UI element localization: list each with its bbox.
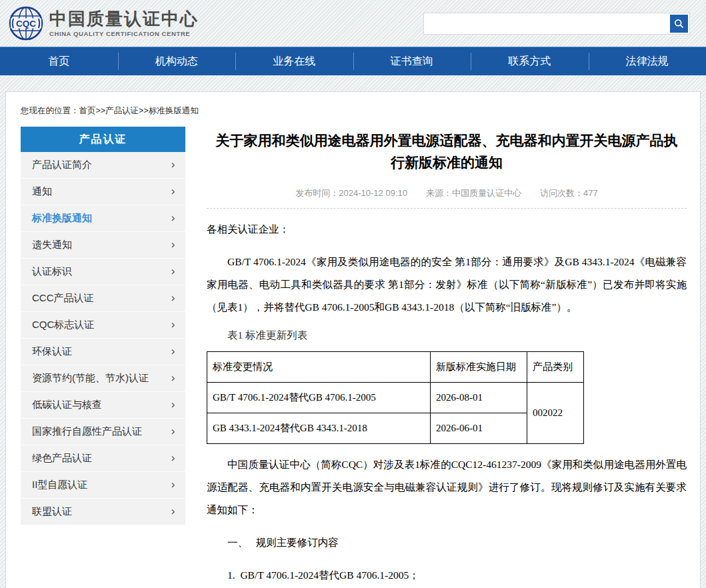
sidebar-item-label: 资源节约(节能、节水)认证: [32, 372, 149, 385]
chevron-right-icon: ›: [171, 159, 175, 171]
sidebar-item-14[interactable]: 联盟认证›: [21, 499, 185, 525]
sidebar-item-label: 认证标识: [32, 265, 72, 278]
article-body-before-table: 各相关认证企业：GB/T 4706.1-2024《家用及类似用途电器的的安全 第…: [207, 218, 687, 319]
chevron-right-icon: ›: [171, 479, 175, 491]
search-box: [423, 13, 690, 35]
publish-time: 发布时间：2024-10-12 09:10: [295, 188, 407, 198]
sidebar-item-3[interactable]: 标准换版通知›: [21, 205, 185, 232]
logo-title-en: CHINA QUALITY CERTIFICATION CENTRE: [49, 30, 199, 37]
nav-item-5[interactable]: 联系方式: [471, 47, 589, 75]
chevron-right-icon: ›: [171, 293, 175, 304]
standards-table: 标准变更情况新版标准实施日期产品类别GB/T 4706.1-2024替代GB 4…: [207, 351, 584, 444]
sidebar-item-label: 环保认证: [32, 345, 72, 358]
cell-product-category: 002022: [527, 383, 584, 444]
sidebar-item-4[interactable]: 遗失通知›: [21, 232, 185, 259]
cell-standard-change: GB 4343.1-2024替代GB 4343.1-2018: [207, 413, 431, 444]
sidebar-item-label: 通知: [32, 185, 52, 198]
article-source: 来源：中国质量认证中心: [426, 188, 521, 198]
chevron-right-icon: ›: [171, 399, 175, 411]
nav-item-6[interactable]: 法律法规: [589, 47, 706, 75]
nav-item-4[interactable]: 证书查询: [353, 47, 471, 75]
article-body-after-table: 中国质量认证中心（简称CQC）对涉及表1标准的CQC12-461237-2009…: [207, 453, 687, 588]
article: 关于家用和类似用途电器用外置电源适配器、充电器和内置开关电源产品执行新版标准的通…: [207, 127, 687, 588]
paragraph: 一、 规则主要修订内容: [207, 531, 687, 554]
sidebar-item-11[interactable]: 国家推行自愿性产品认证›: [21, 419, 185, 445]
page-title: 关于家用和类似用途电器用外置电源适配器、充电器和内置开关电源产品执行新版标准的通…: [207, 130, 687, 173]
breadcrumb: 您现在的位置：首页>>产品认证>>标准换版通知: [21, 105, 687, 117]
sidebar-item-1[interactable]: 产品认证简介›: [21, 152, 185, 179]
chevron-right-icon: ›: [171, 373, 175, 384]
sidebar-item-label: 联盟认证: [32, 505, 72, 518]
cell-standard-change: GB/T 4706.1-2024替代GB 4706.1-2005: [207, 383, 431, 413]
search-icon: [674, 19, 684, 29]
chevron-right-icon: ›: [171, 319, 175, 331]
table-header-cell: 标准变更情况: [207, 352, 431, 383]
chevron-right-icon: ›: [171, 453, 175, 464]
sidebar: 产品认证 产品认证简介›通知›标准换版通知›遗失通知›认证标识›CCC产品认证›…: [21, 127, 185, 525]
cell-implementation-date: 2026-08-01: [431, 383, 527, 413]
nav-item-1[interactable]: 首页: [0, 47, 118, 75]
table-header-cell: 产品类别: [527, 352, 584, 383]
sidebar-item-label: 绿色产品认证: [32, 452, 92, 465]
main-nav: 首页机构动态业务在线证书查询联系方式法律法规: [0, 47, 706, 75]
sidebar-item-label: CQC标志认证: [32, 319, 94, 331]
chevron-right-icon: ›: [171, 346, 175, 357]
page: CQC 中国质量认证中心 CHINA QUALITY CERTIFICATION…: [0, 0, 706, 588]
svg-text:CQC: CQC: [16, 19, 36, 29]
breadcrumb-path[interactable]: 首页>>产品认证>>标准换版通知: [79, 106, 199, 115]
logo-title-cn: 中国质量认证中心: [49, 9, 199, 29]
paragraph: 各相关认证企业：: [207, 218, 687, 241]
sidebar-item-13[interactable]: II型自愿认证›: [21, 472, 185, 499]
content-panel: 您现在的位置：首页>>产品认证>>标准换版通知 产品认证 产品认证简介›通知›标…: [5, 91, 701, 588]
nav-item-3[interactable]: 业务在线: [235, 47, 353, 75]
sidebar-item-12[interactable]: 绿色产品认证›: [21, 445, 185, 472]
sidebar-item-label: 国家推行自愿性产品认证: [32, 425, 142, 438]
chevron-right-icon: ›: [171, 213, 175, 224]
sidebar-item-6[interactable]: CCC产品认证›: [21, 285, 185, 312]
search-input[interactable]: [425, 15, 670, 33]
sidebar-item-label: 标准换版通知: [32, 212, 92, 225]
table-caption: 表1 标准更新列表: [207, 329, 687, 343]
table-row: GB/T 4706.1-2024替代GB 4706.1-20052026-08-…: [207, 383, 584, 413]
sidebar-list: 产品认证简介›通知›标准换版通知›遗失通知›认证标识›CCC产品认证›CQC标志…: [21, 152, 185, 525]
chevron-right-icon: ›: [171, 186, 175, 197]
sidebar-item-9[interactable]: 资源节约(节能、节水)认证›: [21, 365, 185, 392]
sidebar-item-10[interactable]: 低碳认证与核查›: [21, 392, 185, 419]
sidebar-item-7[interactable]: CQC标志认证›: [21, 312, 185, 339]
sidebar-item-label: 产品认证简介: [32, 159, 92, 171]
paragraph: 中国质量认证中心（简称CQC）对涉及表1标准的CQC12-461237-2009…: [207, 453, 687, 521]
chevron-right-icon: ›: [171, 266, 175, 277]
article-meta: 发布时间：2024-10-12 09:10来源：中国质量认证中心访问次数：477: [207, 187, 687, 209]
logo-text: 中国质量认证中心 CHINA QUALITY CERTIFICATION CEN…: [49, 9, 199, 37]
paragraph: 1. GB/T 4706.1-2024替代GB 4706.1-2005；: [207, 564, 687, 587]
cell-implementation-date: 2026-06-01: [431, 413, 527, 444]
nav-item-2[interactable]: 机构动态: [118, 47, 236, 75]
sidebar-item-label: CCC产品认证: [32, 292, 94, 305]
cqc-globe-icon: CQC: [8, 5, 44, 41]
breadcrumb-label: 您现在的位置：: [21, 106, 79, 115]
chevron-right-icon: ›: [171, 239, 175, 251]
sidebar-header: 产品认证: [21, 127, 185, 152]
sidebar-item-8[interactable]: 环保认证›: [21, 339, 185, 365]
sidebar-item-2[interactable]: 通知›: [21, 179, 185, 205]
table-header-row: 标准变更情况新版标准实施日期产品类别: [207, 352, 584, 383]
cqc-logo[interactable]: CQC 中国质量认证中心 CHINA QUALITY CERTIFICATION…: [8, 5, 199, 41]
paragraph: GB/T 4706.1-2024《家用及类似用途电器的的安全 第1部分：通用要求…: [207, 251, 687, 319]
sidebar-item-label: 低碳认证与核查: [32, 399, 102, 411]
search-button[interactable]: [670, 15, 688, 33]
site-header: CQC 中国质量认证中心 CHINA QUALITY CERTIFICATION…: [0, 0, 706, 47]
sidebar-item-label: II型自愿认证: [32, 479, 87, 491]
chevron-right-icon: ›: [171, 426, 175, 437]
sidebar-item-label: 遗失通知: [32, 239, 72, 251]
visit-count: 访问次数：477: [540, 188, 598, 198]
table-header-cell: 新版标准实施日期: [431, 352, 527, 383]
sidebar-item-5[interactable]: 认证标识›: [21, 259, 185, 285]
chevron-right-icon: ›: [171, 506, 175, 517]
